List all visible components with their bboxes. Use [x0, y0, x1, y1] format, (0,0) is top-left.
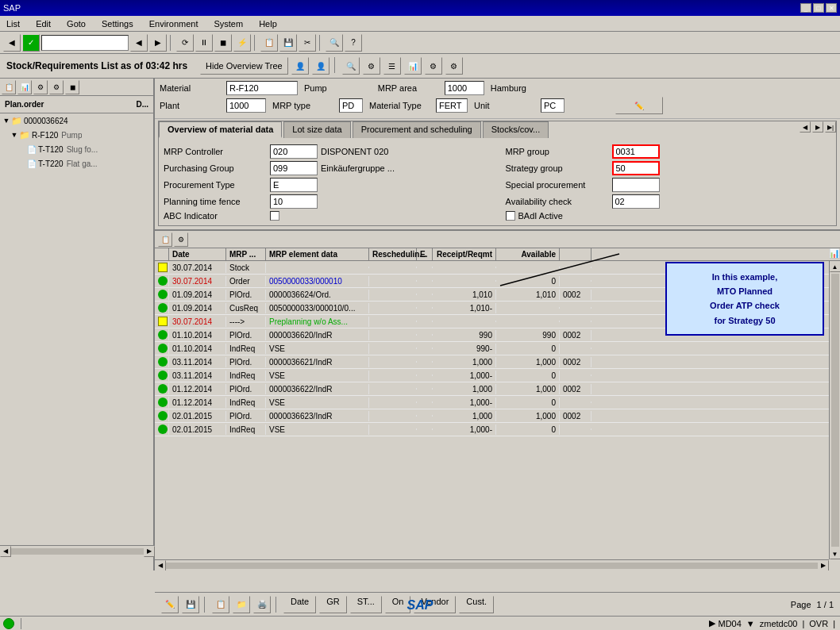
table-row[interactable]: 03.11.2014 IndReq VSE 1,000- 0 — [155, 369, 829, 382]
tree-item-1[interactable]: ▼ 📁 R-F120 Pump — [0, 128, 153, 142]
badi-checkbox[interactable] — [506, 211, 515, 221]
tool-6[interactable]: 💾 — [279, 34, 297, 52]
tool-b[interactable]: 👤 — [312, 57, 329, 75]
tab-last[interactable]: ▶| — [825, 121, 836, 133]
tab-procurement[interactable]: Procurement and scheduling — [353, 121, 481, 138]
tool-c[interactable]: 🔍 — [342, 57, 360, 75]
special-procurement-input[interactable] — [612, 178, 660, 192]
mrp-controller-code[interactable] — [270, 144, 318, 159]
mrp-type-input[interactable] — [339, 98, 363, 113]
tool-5[interactable]: 📋 — [260, 34, 278, 52]
hscroll-table-right[interactable]: ▶ — [818, 560, 829, 571]
mrp-area-input[interactable] — [445, 81, 484, 95]
hscroll-table-left[interactable]: ◀ — [155, 560, 166, 571]
th-receipt[interactable]: Receipt/Reqmt — [433, 248, 496, 260]
tool-9[interactable]: ? — [345, 34, 362, 52]
tree-hscroll[interactable]: ◀ ▶ — [0, 545, 155, 556]
tree-tool-1[interactable]: 📋 — [2, 80, 16, 94]
close-button[interactable]: ✕ — [826, 3, 837, 13]
table-row[interactable]: 02.01.2015 IndReq VSE 1,000- 0 — [155, 423, 829, 436]
menu-system[interactable]: System — [210, 17, 246, 30]
availability-check-input[interactable] — [612, 194, 660, 209]
table-row[interactable]: 01.12.2014 IndReq VSE 1,000- 0 — [155, 396, 829, 409]
table-tool-2[interactable]: ⚙ — [174, 232, 188, 247]
table-row[interactable]: 01.10.2014 IndReq VSE 990- 0 — [155, 342, 829, 355]
row-elem[interactable]: 0050000033/000010 — [266, 276, 369, 286]
tool-7[interactable]: ✂ — [299, 34, 316, 52]
tab-prev[interactable]: ◀ — [800, 121, 811, 133]
cust-button[interactable]: Cust. — [459, 596, 494, 613]
unit-input[interactable] — [541, 98, 564, 113]
tool-h[interactable]: ⚙ — [445, 57, 463, 75]
tool-e[interactable]: ☰ — [383, 57, 401, 75]
tree-tool-3[interactable]: ⚙ — [33, 80, 48, 94]
menu-settings[interactable]: Settings — [98, 17, 137, 30]
tool-8[interactable]: 🔍 — [326, 34, 343, 52]
th-resch[interactable]: Reschedulin... — [369, 248, 417, 260]
tab-lotsize[interactable]: Lot size data — [283, 121, 350, 138]
table-row[interactable]: 01.12.2014 PlOrd. 0000036622/IndR 1,000 … — [155, 382, 829, 396]
tool-d[interactable]: ⚙ — [363, 57, 380, 75]
table-row[interactable]: 03.11.2014 PlOrd. 0000036621/IndR 1,000 … — [155, 355, 829, 369]
sort-icon[interactable]: 📊 — [829, 248, 840, 260]
tree-item-0[interactable]: ▼ 📁 0000036624 — [0, 113, 153, 128]
tool-a[interactable]: 👤 — [291, 57, 309, 75]
procurement-type-input[interactable] — [270, 178, 318, 192]
tree-item-3[interactable]: 📄 T-T220 Flat ga... — [0, 156, 153, 171]
purchasing-group-code[interactable] — [270, 161, 318, 175]
vscroll-down[interactable]: ▼ — [830, 548, 841, 559]
table-hscroll[interactable]: ◀ ▶ — [155, 559, 829, 570]
edit-button[interactable]: ✏️ — [615, 97, 663, 114]
row-elem[interactable]: Preplanning w/o Ass... — [266, 317, 369, 327]
menu-edit[interactable]: Edit — [33, 17, 54, 30]
vscrollbar[interactable]: ▲ ▼ — [829, 261, 840, 559]
menu-help[interactable]: Help — [256, 17, 280, 30]
tree-tool-2[interactable]: 📊 — [17, 80, 32, 94]
mat-type-input[interactable] — [436, 98, 468, 113]
tab-next[interactable]: ▶ — [812, 121, 823, 133]
hscroll-left[interactable]: ◀ — [0, 546, 11, 557]
th-date[interactable]: Date — [169, 248, 226, 260]
tool-4[interactable]: ⚡ — [233, 34, 251, 52]
command-input[interactable] — [41, 35, 129, 51]
planning-fence-input[interactable] — [270, 194, 318, 209]
forward-button[interactable]: ✓ — [22, 34, 40, 52]
vscroll-up[interactable]: ▲ — [830, 261, 841, 272]
abc-checkbox[interactable] — [270, 211, 279, 221]
tool-f[interactable]: 📊 — [404, 57, 422, 75]
th-avail[interactable]: Available — [496, 248, 560, 260]
th-e[interactable]: E. — [417, 248, 433, 260]
next-button[interactable]: ▶ — [149, 34, 167, 52]
table-tool-1[interactable]: 📋 — [158, 232, 172, 247]
vscroll-thumb[interactable] — [831, 274, 839, 547]
tree-item-2[interactable]: 📄 T-T120 Slug fo... — [0, 142, 153, 156]
menu-goto[interactable]: Goto — [64, 17, 89, 30]
tool-2[interactable]: ⏸ — [195, 34, 213, 52]
menu-environment[interactable]: Environment — [146, 17, 202, 30]
bottom-tool-5[interactable]: 🖨️ — [253, 596, 271, 613]
bottom-tool-2[interactable]: 💾 — [182, 596, 199, 613]
tab-overview[interactable]: Overview of material data — [159, 121, 282, 138]
tool-3[interactable]: ◼ — [214, 34, 232, 52]
strategy-group-input[interactable] — [612, 161, 660, 175]
date-button[interactable]: Date — [283, 596, 316, 613]
prev-button[interactable]: ◀ — [130, 34, 148, 52]
hide-tree-btn[interactable]: Hide Overview Tree — [200, 57, 288, 75]
bottom-tool-3[interactable]: 📋 — [212, 596, 229, 613]
material-input[interactable] — [226, 81, 298, 95]
tab-stocks[interactable]: Stocks/cov... — [483, 121, 549, 138]
th-elem[interactable]: MRP element data — [266, 248, 369, 260]
tool-1[interactable]: ⟳ — [176, 34, 194, 52]
maximize-button[interactable]: □ — [813, 3, 824, 13]
th-mrp[interactable]: MRP ... — [226, 248, 266, 260]
tree-tool-5[interactable]: ◼ — [65, 80, 79, 94]
gr-button[interactable]: GR — [319, 596, 347, 613]
back-button[interactable]: ◀ — [3, 34, 21, 52]
bottom-tool-4[interactable]: 📁 — [233, 596, 250, 613]
st-button[interactable]: ST... — [350, 596, 382, 613]
bottom-tool-1[interactable]: ✏️ — [161, 596, 179, 613]
plant-input[interactable] — [226, 98, 266, 113]
menu-list[interactable]: List — [3, 17, 23, 30]
hscroll-right[interactable]: ▶ — [144, 546, 155, 557]
tool-g[interactable]: ⚙ — [425, 57, 442, 75]
